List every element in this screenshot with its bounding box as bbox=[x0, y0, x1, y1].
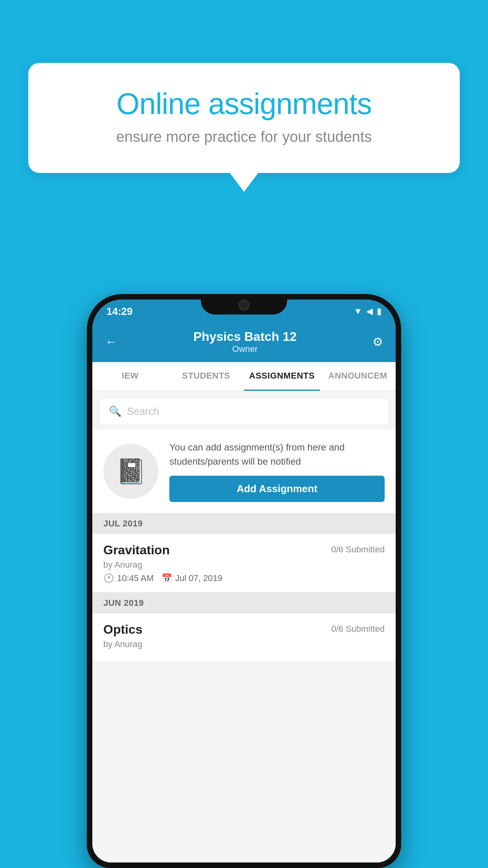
search-icon: 🔍 bbox=[109, 405, 121, 417]
add-assignment-button[interactable]: Add Assignment bbox=[169, 476, 385, 502]
search-placeholder: Search bbox=[127, 405, 159, 417]
header-subtitle: Owner bbox=[117, 344, 372, 354]
assignment-by-gravitation: by Anurag bbox=[103, 560, 385, 570]
section-jul-2019: JUL 2019 bbox=[92, 513, 396, 534]
promo-text: You can add assignment(s) from here and … bbox=[169, 440, 385, 469]
status-icons: ▼ ◀ ▮ bbox=[354, 306, 382, 316]
battery-icon: ▮ bbox=[377, 306, 382, 316]
header-center: Physics Batch 12 Owner bbox=[117, 329, 372, 354]
settings-icon[interactable]: ⚙ bbox=[372, 335, 383, 349]
assignment-row1: Gravitation 0/6 Submitted bbox=[103, 543, 385, 557]
assignment-date-gravitation: 📅 Jul 07, 2019 bbox=[161, 573, 222, 583]
header-title: Physics Batch 12 bbox=[117, 329, 372, 344]
assignment-submitted-optics: 0/6 Submitted bbox=[331, 624, 385, 634]
tab-announcements[interactable]: ANNOUNCEM bbox=[320, 362, 396, 391]
screen-content: 🔍 Search 📓 You can add assignment(s) fro… bbox=[92, 391, 396, 862]
assignment-title-gravitation: Gravitation bbox=[103, 543, 170, 557]
assignment-optics-row1: Optics 0/6 Submitted bbox=[103, 622, 385, 637]
wifi-icon: ▼ bbox=[354, 306, 362, 316]
assignment-meta-gravitation: 🕐 10:45 AM 📅 Jul 07, 2019 bbox=[103, 573, 385, 583]
promo-icon-circle: 📓 bbox=[103, 444, 158, 499]
phone-notch bbox=[201, 294, 287, 314]
assignment-submitted-gravitation: 0/6 Submitted bbox=[331, 544, 385, 555]
section-jun-2019: JUN 2019 bbox=[92, 592, 396, 614]
promo-right: You can add assignment(s) from here and … bbox=[169, 440, 385, 502]
assignment-gravitation[interactable]: Gravitation 0/6 Submitted by Anurag 🕐 10… bbox=[92, 534, 396, 592]
back-button[interactable]: ← bbox=[105, 335, 117, 349]
phone-frame: 14:29 ▼ ◀ ▮ ← Physics Batch 12 Owner ⚙ I… bbox=[87, 294, 401, 868]
tab-assignments[interactable]: ASSIGNMENTS bbox=[244, 362, 320, 391]
promo-section: 📓 You can add assignment(s) from here an… bbox=[92, 429, 396, 513]
assignment-title-optics: Optics bbox=[103, 622, 143, 637]
search-bar[interactable]: 🔍 Search bbox=[99, 398, 389, 425]
tab-iew[interactable]: IEW bbox=[92, 362, 168, 391]
notebook-icon: 📓 bbox=[116, 457, 146, 485]
calendar-icon: 📅 bbox=[161, 573, 172, 583]
signal-icon: ◀ bbox=[366, 306, 373, 316]
tabs-bar: IEW STUDENTS ASSIGNMENTS ANNOUNCEM bbox=[92, 362, 396, 391]
assignment-by-optics: by Anurag bbox=[103, 639, 385, 649]
speech-bubble-subtitle: ensure more practice for your students bbox=[60, 129, 428, 145]
app-header: ← Physics Batch 12 Owner ⚙ bbox=[92, 323, 396, 362]
phone-screen: 14:29 ▼ ◀ ▮ ← Physics Batch 12 Owner ⚙ I… bbox=[92, 300, 396, 862]
phone-camera bbox=[238, 300, 250, 311]
speech-bubble-title: Online assignments bbox=[60, 86, 428, 121]
speech-bubble-card: Online assignments ensure more practice … bbox=[28, 63, 460, 173]
assignment-time-gravitation: 🕐 10:45 AM bbox=[103, 573, 154, 583]
clock-icon: 🕐 bbox=[103, 573, 114, 583]
tab-students[interactable]: STUDENTS bbox=[168, 362, 244, 391]
assignment-optics[interactable]: Optics 0/6 Submitted by Anurag bbox=[92, 614, 396, 662]
status-time: 14:29 bbox=[106, 305, 133, 318]
